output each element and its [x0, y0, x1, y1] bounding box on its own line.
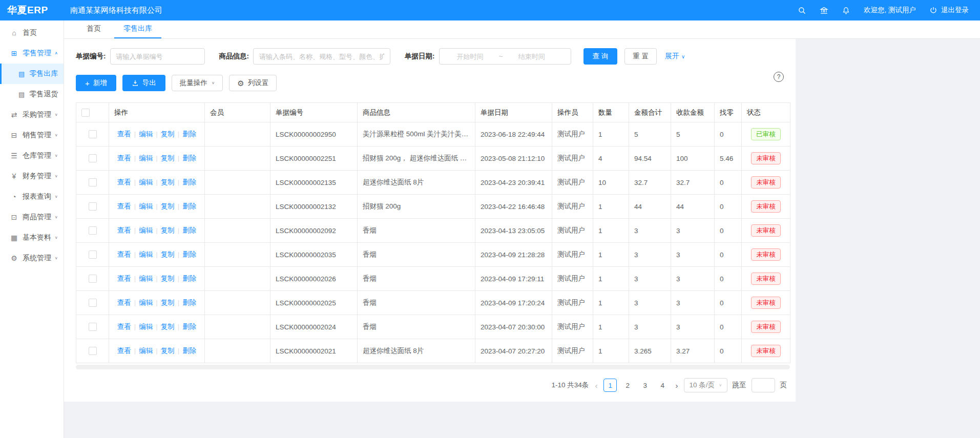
action-copy-link[interactable]: 复制	[161, 130, 175, 138]
bill-date-cell: 2023-04-07 20:30:00	[475, 315, 552, 339]
sidebar-item-retail-return[interactable]: ▤零售退货	[0, 84, 64, 105]
action-view-link[interactable]: 查看	[117, 178, 131, 186]
search-icon[interactable]	[798, 6, 806, 15]
action-edit-link[interactable]: 编辑	[139, 299, 153, 306]
bank-icon[interactable]	[820, 6, 828, 15]
action-delete-link[interactable]: 删除	[182, 178, 196, 186]
sidebar-item-sales-mgmt[interactable]: ⊟销售管理∨	[0, 125, 64, 145]
page-button-3[interactable]: 3	[638, 379, 652, 392]
action-edit-link[interactable]: 编辑	[139, 275, 153, 282]
row-checkbox[interactable]	[89, 178, 97, 186]
action-delete-link[interactable]: 删除	[182, 275, 196, 282]
action-edit-link[interactable]: 编辑	[139, 251, 153, 258]
welcome-user[interactable]: 欢迎您, 测试用户	[864, 6, 916, 15]
page-size-select[interactable]: 10 条/页 ∨	[684, 378, 727, 392]
action-edit-link[interactable]: 编辑	[139, 178, 153, 186]
next-page-icon[interactable]: ›	[674, 381, 679, 390]
page-button-1[interactable]: 1	[603, 379, 617, 392]
start-date-input[interactable]	[444, 53, 497, 60]
date-range-picker[interactable]: ~	[439, 48, 571, 65]
row-checkbox[interactable]	[89, 275, 97, 283]
action-view-link[interactable]: 查看	[117, 299, 131, 306]
action-view-link[interactable]: 查看	[117, 251, 131, 258]
select-all-checkbox[interactable]	[81, 109, 90, 117]
action-edit-link[interactable]: 编辑	[139, 347, 153, 354]
sidebar-item-home[interactable]: ⌂首页	[0, 23, 64, 43]
action-copy-link[interactable]: 复制	[161, 178, 175, 186]
action-view-link[interactable]: 查看	[117, 275, 131, 282]
sidebar-item-finance-mgmt[interactable]: ¥财务管理∨	[0, 166, 64, 186]
action-copy-link[interactable]: 复制	[161, 323, 175, 330]
action-copy-link[interactable]: 复制	[161, 226, 175, 234]
row-checkbox[interactable]	[89, 251, 97, 259]
row-checkbox[interactable]	[89, 202, 97, 211]
sidebar-item-goods-mgmt[interactable]: ⊡商品管理∨	[0, 207, 64, 227]
action-delete-link[interactable]: 删除	[182, 202, 196, 210]
tab-retail-outbound[interactable]: 零售出库	[114, 20, 161, 38]
action-edit-link[interactable]: 编辑	[139, 154, 153, 162]
action-delete-link[interactable]: 删除	[182, 251, 196, 258]
action-delete-link[interactable]: 删除	[182, 226, 196, 234]
reset-button[interactable]: 重 置	[624, 48, 657, 65]
search-button[interactable]: 查 询	[583, 48, 618, 65]
sidebar-item-purchase-mgmt[interactable]: ⇄采购管理∨	[0, 105, 64, 125]
action-view-link[interactable]: 查看	[117, 202, 131, 210]
row-checkbox[interactable]	[89, 226, 97, 235]
bell-icon[interactable]	[842, 6, 850, 15]
action-view-link[interactable]: 查看	[117, 323, 131, 330]
row-checkbox[interactable]	[89, 130, 97, 138]
batch-actions-button[interactable]: 批量操作 ∨	[172, 75, 223, 91]
row-checkbox[interactable]	[89, 347, 97, 355]
column-settings-button[interactable]: ⚙ 列设置	[229, 75, 277, 91]
bill-no-input[interactable]	[110, 48, 205, 65]
page-button-2[interactable]: 2	[621, 379, 634, 392]
action-delete-link[interactable]: 删除	[182, 323, 196, 330]
add-button[interactable]: + 新增	[76, 75, 116, 91]
action-copy-link[interactable]: 复制	[161, 251, 175, 258]
export-button[interactable]: 导出	[122, 75, 165, 91]
action-copy-link[interactable]: 复制	[161, 347, 175, 354]
action-view-link[interactable]: 查看	[117, 154, 131, 162]
help-icon[interactable]: ?	[774, 72, 784, 82]
bill-no-cell: LSCK00000002035	[270, 243, 358, 267]
logout-button[interactable]: 退出登录	[929, 6, 969, 15]
sidebar-item-retail-outbound[interactable]: ▤零售出库	[0, 64, 64, 84]
page-button-4[interactable]: 4	[656, 379, 669, 392]
operator-cell: 测试用户	[552, 147, 593, 171]
action-view-link[interactable]: 查看	[117, 226, 131, 234]
action-edit-link[interactable]: 编辑	[139, 323, 153, 330]
action-separator: |	[134, 226, 136, 234]
action-copy-link[interactable]: 复制	[161, 202, 175, 210]
action-view-link[interactable]: 查看	[117, 130, 131, 138]
jump-page-input[interactable]	[752, 378, 775, 392]
prev-page-icon[interactable]: ‹	[594, 381, 598, 390]
tab-home[interactable]: 首页	[77, 20, 110, 38]
action-copy-link[interactable]: 复制	[161, 275, 175, 282]
action-separator: |	[134, 251, 136, 258]
action-edit-link[interactable]: 编辑	[139, 226, 153, 234]
row-checkbox[interactable]	[89, 323, 97, 331]
action-separator: |	[178, 347, 180, 354]
action-copy-link[interactable]: 复制	[161, 299, 175, 306]
sidebar-item-report-query[interactable]: ◔报表查询∨	[0, 186, 64, 207]
action-view-link[interactable]: 查看	[117, 347, 131, 354]
action-edit-link[interactable]: 编辑	[139, 130, 153, 138]
sidebar-item-retail-mgmt[interactable]: ⊞零售管理∧	[0, 43, 64, 64]
action-edit-link[interactable]: 编辑	[139, 202, 153, 210]
action-delete-link[interactable]: 删除	[182, 347, 196, 354]
sidebar-item-system-mgmt[interactable]: ⚙系统管理∨	[0, 248, 64, 268]
row-checkbox[interactable]	[89, 154, 97, 162]
end-date-input[interactable]	[505, 53, 558, 60]
action-delete-link[interactable]: 删除	[182, 154, 196, 162]
expand-filters-link[interactable]: 展开 ∨	[665, 52, 685, 61]
product-info-input[interactable]	[253, 48, 390, 65]
action-delete-link[interactable]: 删除	[182, 130, 196, 138]
action-delete-link[interactable]: 删除	[182, 299, 196, 306]
sidebar-item-basic-data[interactable]: ▦基本资料∨	[0, 227, 64, 248]
row-checkbox[interactable]	[89, 299, 97, 307]
action-copy-link[interactable]: 复制	[161, 154, 175, 162]
horizontal-scrollbar[interactable]	[76, 365, 790, 369]
chevron-down-icon: ∨	[212, 81, 215, 85]
product-info-cell: 香烟	[358, 219, 475, 243]
sidebar-item-warehouse-mgmt[interactable]: ☰仓库管理∨	[0, 145, 64, 166]
